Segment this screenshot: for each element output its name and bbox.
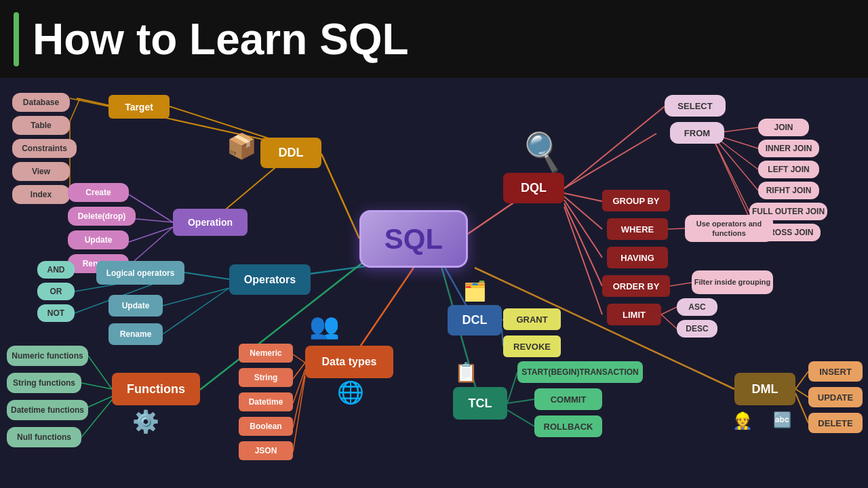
operators-node: Operators bbox=[229, 264, 311, 295]
svg-line-11 bbox=[564, 134, 656, 188]
use-operators-annotation: Use operators and functions bbox=[685, 215, 773, 242]
svg-line-49 bbox=[129, 227, 173, 266]
ddl-node: DDL bbox=[260, 138, 321, 168]
dml-icon-person: 👷 bbox=[732, 411, 753, 430]
dt-datetime-node: Datetime bbox=[239, 392, 293, 411]
ddl-icon: 📦 bbox=[226, 132, 257, 161]
svg-line-29 bbox=[507, 372, 517, 403]
svg-line-43 bbox=[81, 383, 112, 389]
svg-line-13 bbox=[564, 197, 602, 229]
people-icon: 👥 bbox=[309, 312, 340, 340]
svg-line-42 bbox=[88, 356, 112, 389]
svg-line-36 bbox=[184, 272, 229, 279]
svg-line-25 bbox=[661, 307, 677, 314]
svg-line-59 bbox=[293, 376, 305, 452]
desc-node: DESC bbox=[677, 320, 717, 338]
right-join-node: RIFHT JOIN bbox=[758, 182, 819, 199]
svg-line-51 bbox=[70, 98, 80, 121]
svg-line-12 bbox=[564, 193, 602, 201]
join-node: JOIN bbox=[758, 119, 809, 136]
svg-line-35 bbox=[795, 393, 808, 423]
dt-json-node: JSON bbox=[239, 441, 293, 460]
dql-orderby-node: ORDER BY bbox=[602, 275, 670, 297]
ddl-index-node: Index bbox=[12, 185, 70, 204]
not-operator-node: NOT bbox=[37, 304, 75, 322]
svg-line-40 bbox=[163, 288, 229, 306]
dql-groupby-node: GROUP BY bbox=[602, 190, 670, 211]
logical-operators-node: Logical operators bbox=[96, 261, 184, 285]
tcl-commit-node: COMMIT bbox=[534, 388, 602, 410]
update-operator-node: Update bbox=[108, 295, 163, 317]
svg-line-16 bbox=[564, 207, 602, 314]
svg-line-41 bbox=[163, 288, 229, 334]
and-operator-node: AND bbox=[37, 261, 75, 279]
ddl-database-node: Database bbox=[12, 93, 70, 112]
svg-line-30 bbox=[507, 399, 534, 403]
dql-node: DQL bbox=[503, 173, 564, 203]
svg-line-34 bbox=[795, 389, 808, 397]
search-icon: 🔍 bbox=[518, 127, 569, 176]
svg-line-10 bbox=[564, 106, 665, 188]
dcl-node: DCL bbox=[448, 305, 502, 336]
op-update-node: Update bbox=[68, 230, 129, 249]
dml-node: DML bbox=[734, 373, 795, 405]
dml-update-node: UPDATE bbox=[808, 387, 863, 407]
ddl-table-node: Table bbox=[12, 116, 70, 135]
dql-from-node: FROM bbox=[670, 122, 724, 144]
dml-delete-node: DELETE bbox=[808, 413, 863, 433]
dml-icon-abc: 🔤 bbox=[773, 411, 791, 429]
dql-having-node: HAVING bbox=[607, 247, 668, 268]
operation-node: Operation bbox=[173, 209, 248, 236]
svg-line-48 bbox=[129, 227, 173, 242]
dql-select-node: SELECT bbox=[665, 95, 726, 117]
revoke-node: REVOKE bbox=[503, 336, 561, 357]
numeric-functions-node: Numeric functions bbox=[7, 346, 88, 366]
main-canvas: 🔍 👥 📦 🗂️ 📋 👷 🔤 ⚙️ 🌐 Database Table Const… bbox=[0, 78, 868, 488]
sql-node: SQL bbox=[359, 210, 468, 268]
tcl-rollback-node: ROLLBACK bbox=[534, 415, 602, 437]
datatypes-node: Data types bbox=[305, 346, 393, 378]
svg-line-31 bbox=[507, 410, 534, 426]
string-functions-node: String functions bbox=[7, 373, 81, 393]
svg-line-21 bbox=[711, 134, 749, 211]
ddl-view-node: View bbox=[12, 162, 70, 181]
left-join-node: LEFT JOIN bbox=[758, 161, 819, 178]
dt-nemeric-node: Nemeric bbox=[239, 344, 293, 363]
or-operator-node: OR bbox=[37, 283, 75, 300]
tcl-node: TCL bbox=[453, 387, 507, 420]
svg-line-33 bbox=[795, 371, 808, 389]
tcl-start-node: START(BEGIN)TRANSACTION bbox=[517, 361, 643, 383]
svg-line-55 bbox=[293, 354, 305, 363]
functions-node: Functions bbox=[112, 373, 200, 405]
datetime-functions-node: Datetime functions bbox=[7, 400, 88, 420]
tcl-icon: 📋 bbox=[454, 361, 478, 384]
functions-icon: ⚙️ bbox=[132, 409, 159, 434]
grant-node: GRANT bbox=[503, 308, 561, 330]
page-title: How to Learn SQL bbox=[33, 14, 409, 64]
dql-where-node: WHERE bbox=[607, 218, 668, 240]
rename-operator-node: Rename bbox=[108, 323, 163, 345]
svg-line-57 bbox=[293, 369, 305, 403]
dql-limit-node: LIMIT bbox=[607, 304, 661, 325]
datatypes-icon: 🌐 bbox=[337, 380, 364, 405]
svg-line-56 bbox=[293, 363, 305, 379]
op-delete-node: Delete(drop) bbox=[68, 207, 136, 226]
null-functions-node: Null functions bbox=[7, 427, 81, 447]
svg-line-58 bbox=[293, 373, 305, 428]
svg-line-3 bbox=[321, 154, 359, 239]
op-create-node: Create bbox=[68, 183, 129, 202]
inner-join-node: INNER JOIN bbox=[758, 140, 819, 157]
svg-line-23 bbox=[668, 228, 685, 229]
ddl-constraints-node: Constraints bbox=[12, 139, 77, 158]
filter-grouping-annotation: Filter inside grouping bbox=[692, 270, 773, 294]
dml-insert-node: INSERT bbox=[808, 361, 863, 382]
svg-line-15 bbox=[564, 203, 602, 286]
svg-line-50 bbox=[70, 98, 108, 106]
target-node: Target bbox=[108, 95, 170, 119]
dt-string-node: String bbox=[239, 368, 293, 387]
svg-line-24 bbox=[670, 283, 692, 286]
asc-node: ASC bbox=[677, 298, 717, 316]
header-accent-bar bbox=[14, 12, 19, 66]
svg-line-26 bbox=[661, 314, 677, 329]
header: How to Learn SQL bbox=[0, 0, 868, 78]
